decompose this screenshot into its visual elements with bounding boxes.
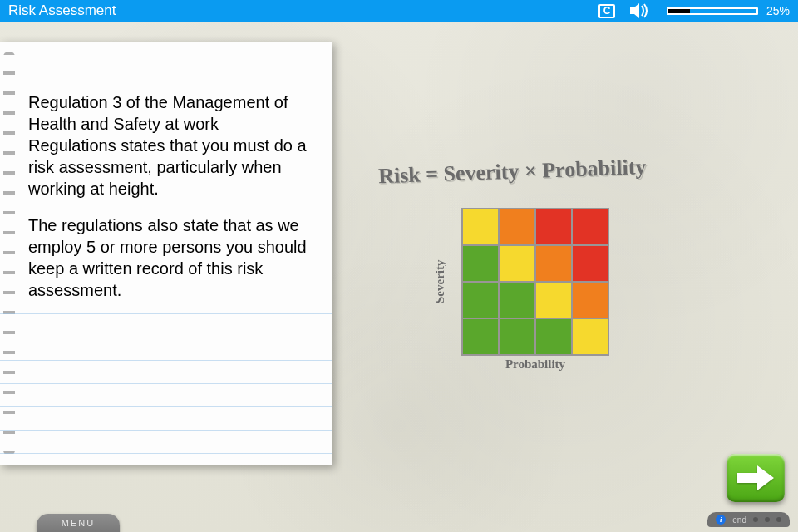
matrix-cell	[536, 319, 571, 354]
info-icon[interactable]: i	[716, 515, 726, 525]
notepad: Regulation 3 of the Management of Health…	[0, 42, 332, 466]
matrix-cell	[573, 246, 608, 281]
page-title: Risk Assessment	[8, 2, 116, 19]
svg-marker-0	[630, 3, 639, 18]
pagination-dot[interactable]	[776, 517, 781, 522]
progress-label: 25%	[766, 4, 790, 17]
y-axis-label: Severity	[433, 208, 447, 356]
volume-button[interactable]	[630, 3, 652, 18]
refresh-icon: C	[598, 4, 615, 18]
notepad-paragraph-1: Regulation 3 of the Management of Health…	[28, 91, 311, 200]
progress-fill	[668, 9, 691, 13]
matrix-cell	[500, 209, 534, 244]
matrix-cell	[463, 209, 498, 244]
speaker-icon	[630, 3, 652, 18]
matrix-cell	[573, 283, 608, 318]
matrix-cell	[463, 283, 498, 318]
refresh-button[interactable]: C	[598, 4, 615, 18]
svg-marker-1	[737, 466, 774, 490]
pagination-dot[interactable]	[753, 517, 758, 522]
notepad-paragraph-2: The regulations also state that as we em…	[28, 214, 311, 301]
menu-tab[interactable]: MENU	[37, 514, 120, 532]
matrix-cell	[536, 209, 571, 244]
menu-label: MENU	[62, 518, 95, 528]
matrix-cell	[536, 283, 571, 318]
matrix-cell	[536, 246, 571, 281]
matrix-cell	[500, 283, 534, 318]
progress-indicator: 25%	[667, 4, 790, 17]
next-button[interactable]	[727, 454, 785, 502]
end-label[interactable]: end	[732, 515, 746, 525]
progress-bar	[667, 7, 758, 15]
matrix-cell	[573, 319, 608, 354]
matrix-cell	[573, 209, 608, 244]
header-bar: Risk Assessment C 25%	[0, 0, 798, 22]
risk-matrix-grid	[461, 208, 609, 356]
pagination-dot[interactable]	[765, 517, 770, 522]
arrow-right-icon	[737, 466, 774, 490]
matrix-cell	[500, 319, 534, 354]
x-axis-label: Probability	[461, 357, 609, 372]
matrix-cell	[463, 319, 498, 354]
risk-matrix: Severity Probability	[461, 208, 609, 356]
matrix-cell	[500, 246, 534, 281]
notepad-ruling	[0, 291, 332, 466]
matrix-cell	[463, 246, 498, 281]
footer-strip: i end	[707, 512, 790, 527]
